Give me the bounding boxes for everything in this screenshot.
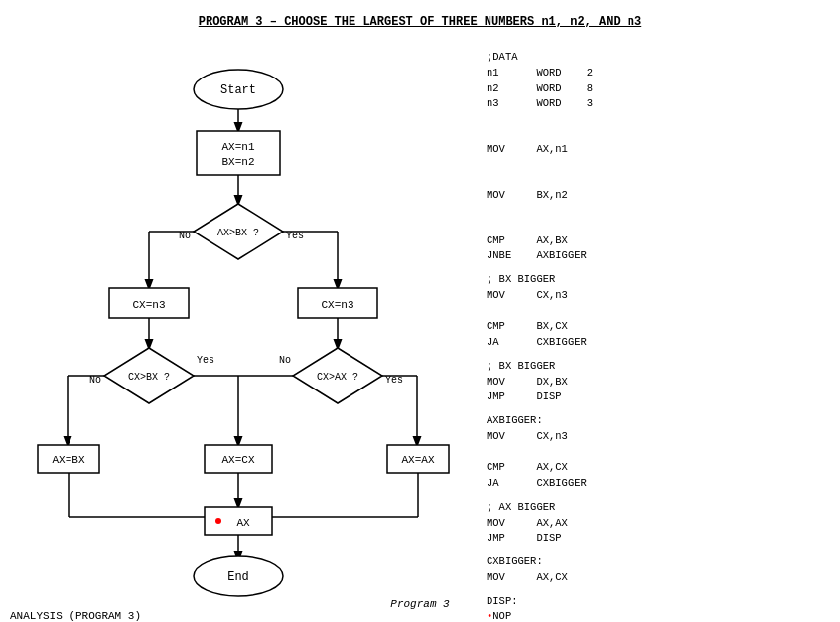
code-line: MOV BX,n2 bbox=[487, 188, 824, 204]
red-dot: • bbox=[487, 610, 492, 622]
code-line: JMP DISP bbox=[487, 389, 824, 405]
code-line: CXBIGGER: bbox=[487, 554, 824, 570]
code-bx-bigger-1: ; BX BIGGER MOV CX,n3 CMP BX,CX JA CXBIG… bbox=[487, 272, 824, 351]
code-line: MOV AX,AX bbox=[487, 516, 824, 532]
code-line: AXBIGGER: bbox=[487, 413, 824, 429]
code-line: JNBE AXBIGGER bbox=[487, 248, 824, 264]
code-line: n2 WORD 8 bbox=[487, 81, 824, 97]
code-line: CMP AX,CX bbox=[487, 460, 824, 476]
svg-text:AX=AX: AX=AX bbox=[401, 454, 434, 466]
svg-text:CX>AX ?: CX>AX ? bbox=[317, 372, 358, 383]
svg-text:Start: Start bbox=[220, 83, 256, 97]
code-ax-bigger: ; AX BIGGER MOV AX,AX JMP DISP bbox=[487, 500, 824, 546]
svg-text:No: No bbox=[279, 355, 291, 366]
svg-text:AX=n1: AX=n1 bbox=[221, 141, 254, 153]
svg-text:CX=n3: CX=n3 bbox=[132, 299, 165, 311]
code-line: JMP DISP bbox=[487, 531, 824, 546]
code-bx-bigger-2: ; BX BIGGER MOV DX,BX JMP DISP bbox=[487, 359, 824, 405]
code-data-section: ;DATA n1 WORD 2 n2 WORD 8 n3 WORD 3 bbox=[487, 50, 824, 112]
svg-text:AX=BX: AX=BX bbox=[52, 454, 84, 466]
code-line: JA CXBIGGER bbox=[487, 335, 824, 351]
svg-point-48 bbox=[215, 518, 221, 524]
code-line: n3 WORD 3 bbox=[487, 96, 824, 112]
svg-text:CX>BX ?: CX>BX ? bbox=[128, 372, 170, 383]
page: PROGRAM 3 – CHOOSE THE LARGEST OF THREE … bbox=[0, 0, 840, 622]
code-mov-ax: MOV AX,n1 bbox=[487, 142, 824, 158]
code-cxbigger: CXBIGGER: MOV AX,CX bbox=[487, 554, 824, 586]
code-line: MOV CX,n3 bbox=[487, 429, 824, 445]
code-cmp: CMP AX,BX JNBE AXBIGGER bbox=[487, 233, 824, 265]
code-line: CMP AX,BX bbox=[487, 233, 824, 249]
svg-text:BX=n2: BX=n2 bbox=[221, 156, 254, 168]
code-line: ; BX BIGGER bbox=[487, 359, 824, 375]
bottom-tab-label: ANALYSIS (PROGRAM 3) bbox=[10, 610, 141, 622]
code-mov-bx: MOV BX,n2 bbox=[487, 188, 824, 204]
svg-text:AX=CX: AX=CX bbox=[221, 454, 254, 466]
code-line: MOV AX,n1 bbox=[487, 142, 824, 158]
code-axbigger: AXBIGGER: MOV CX,n3 CMP AX,CX JA CXBIGGE… bbox=[487, 413, 824, 492]
code-line: ; BX BIGGER bbox=[487, 272, 824, 288]
svg-text:CX=n3: CX=n3 bbox=[321, 299, 353, 311]
svg-text:End: End bbox=[227, 570, 249, 584]
page-title: PROGRAM 3 – CHOOSE THE LARGEST OF THREE … bbox=[10, 15, 830, 29]
flowchart-area: Start AX=n1 BX=n2 AX>BX ? No Yes bbox=[30, 50, 487, 609]
code-line: •NOP bbox=[487, 609, 824, 622]
code-line: MOV DX,BX bbox=[487, 375, 824, 390]
code-line: ;DATA bbox=[487, 50, 824, 66]
code-area: ;DATA n1 WORD 2 n2 WORD 8 n3 WORD 3 MOV … bbox=[487, 50, 824, 622]
svg-text:Yes: Yes bbox=[197, 355, 214, 366]
code-line: n1 WORD 2 bbox=[487, 66, 824, 81]
svg-text:AX: AX bbox=[236, 517, 250, 529]
code-line bbox=[487, 445, 824, 461]
code-line: ; AX BIGGER bbox=[487, 500, 824, 516]
code-line: MOV AX,CX bbox=[487, 570, 824, 586]
code-line: JA CXBIGGER bbox=[487, 476, 824, 492]
flowchart-svg: Start AX=n1 BX=n2 AX>BX ? No Yes bbox=[30, 50, 467, 606]
code-line: MOV CX,n3 bbox=[487, 288, 824, 304]
code-line bbox=[487, 304, 824, 320]
svg-text:AX>BX ?: AX>BX ? bbox=[217, 228, 259, 238]
footer-label: Program 3 bbox=[0, 598, 840, 610]
svg-rect-3 bbox=[197, 131, 280, 175]
code-line: CMP BX,CX bbox=[487, 319, 824, 335]
